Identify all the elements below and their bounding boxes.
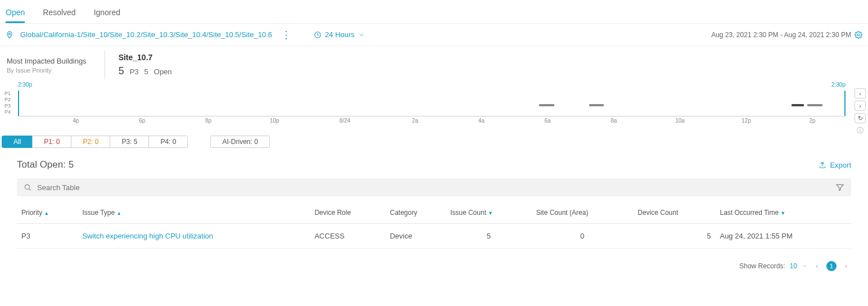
most-impacted-block: Most Impacted Buildings By Issue Priorit… (2, 55, 91, 76)
info-icon[interactable]: ⓘ (855, 125, 866, 136)
col-priority[interactable]: Priority▲ (17, 202, 78, 224)
filter-p2[interactable]: P2: 0 (71, 136, 110, 148)
chevron-down-icon (802, 263, 807, 269)
timeline-prev-button[interactable]: ‹ (855, 88, 866, 98)
col-issue-count[interactable]: Issue Count▼ (446, 202, 532, 224)
col-device-count[interactable]: Device Count (633, 202, 715, 224)
cell-category: Device (385, 224, 445, 249)
sort-asc-icon: ▲ (116, 210, 121, 216)
cell-device-role: ACCESS (310, 224, 385, 249)
timeline-start-label: 2:30p (18, 82, 32, 88)
page-prev-button[interactable]: ‹ (812, 261, 822, 271)
site-priority: P3 (130, 68, 139, 76)
sort-desc-icon: ▼ (488, 210, 493, 216)
timeline-chart: 2:30p 2:30p P1 P2 P3 P4 4p 6p 8p 10p 8/2… (0, 85, 868, 128)
location-breadcrumb[interactable]: Global/California-1/Site_10/Site_10.2/Si… (20, 30, 272, 39)
sort-asc-icon: ▲ (44, 210, 49, 216)
cell-issue-type[interactable]: Switch experiencing high CPU utilization (78, 224, 310, 249)
timeline-start-handle[interactable] (18, 91, 19, 116)
svg-point-2 (857, 34, 860, 36)
svg-point-0 (9, 33, 11, 34)
top-bar: Global/California-1/Site_10/Site_10.2/Si… (0, 24, 868, 46)
cell-priority: P3 (17, 224, 78, 249)
timeline-event (539, 104, 554, 106)
col-device-role[interactable]: Device Role (310, 202, 385, 224)
clock-icon (314, 31, 322, 39)
cell-last-occurred: Aug 24, 2021 1:55 PM (715, 224, 851, 249)
filter-p1[interactable]: P1: 0 (32, 136, 71, 148)
export-button[interactable]: Export (819, 161, 851, 169)
page-next-button[interactable]: › (841, 261, 851, 271)
search-input[interactable] (37, 183, 830, 192)
timeline-event (792, 104, 804, 106)
total-open-label: Total Open: 5 (17, 159, 74, 170)
location-pin-icon (6, 31, 13, 39)
filter-p4[interactable]: P4: 0 (148, 136, 188, 148)
timeline-next-button[interactable]: › (855, 101, 866, 111)
site-summary-block: Site_10.7 5 P3 5 Open (105, 51, 177, 79)
timeline-xtick: 8/24 (340, 118, 350, 124)
page-number-current[interactable]: 1 (826, 261, 837, 271)
timeline-row-p1: P1 (4, 91, 11, 97)
table-row[interactable]: P3 Switch experiencing high CPU utilizat… (17, 224, 851, 249)
gear-icon[interactable] (855, 31, 862, 39)
filter-icon[interactable] (835, 183, 844, 192)
col-issue-type[interactable]: Issue Type▲ (78, 202, 310, 224)
priority-filter-bar: All P1: 0 P2: 0 P3: 5 P4: 0 AI-Driven: 0 (0, 128, 868, 148)
timeline-xtick: 4p (73, 118, 79, 124)
timeline-xtick: 2p (810, 118, 816, 124)
timeline-xtick: 12p (742, 118, 751, 124)
mib-subtitle: By Issue Priority (7, 67, 87, 74)
col-category[interactable]: Category (385, 202, 445, 224)
timeline-xtick: 4a (478, 118, 485, 124)
date-range-text: Aug 23, 2021 2:30 PM - Aug 24, 2021 2:30… (711, 31, 851, 39)
sort-desc-icon: ▼ (780, 210, 785, 216)
filter-p3[interactable]: P3: 5 (110, 136, 149, 148)
export-icon (819, 161, 826, 169)
time-range-label: 24 Hours (325, 30, 355, 39)
timeline-xtick: 6p (139, 118, 145, 124)
timeline-xtick: 2a (412, 118, 418, 124)
table-header-row: Priority▲ Issue Type▲ Device Role Catego… (17, 202, 851, 224)
pagination: Show Records: 10 ‹ 1 › (0, 254, 868, 282)
site-count: 5 (119, 65, 124, 77)
timeline-event (589, 104, 604, 106)
tab-resolved[interactable]: Resolved (43, 4, 75, 23)
show-records-label: Show Records: (739, 262, 785, 270)
timeline-controls: ‹ › ↻ ⓘ (855, 88, 866, 136)
timeline-end-handle[interactable] (844, 91, 846, 116)
timeline-xtick: 10p (270, 118, 279, 124)
timeline-row-p2: P2 (4, 97, 11, 103)
svg-point-3 (25, 184, 29, 189)
timeline-row-p3: P3 (4, 103, 11, 109)
mib-title: Most Impacted Buildings (7, 57, 87, 65)
site-open-label: Open (154, 68, 172, 76)
summary-row: Most Impacted Buildings By Issue Priorit… (0, 46, 868, 85)
more-vertical-icon[interactable]: ⋮ (279, 32, 293, 38)
timeline-xtick: 8p (205, 118, 211, 124)
tab-open[interactable]: Open (6, 4, 25, 23)
tab-ignored[interactable]: Ignored (94, 4, 120, 23)
col-last-occurred[interactable]: Last Occurred Time▼ (715, 202, 851, 224)
time-range-selector[interactable]: 24 Hours (314, 30, 365, 39)
filter-all[interactable]: All (2, 136, 33, 148)
timeline-body[interactable]: 2:30p 2:30p P1 P2 P3 P4 (18, 87, 846, 116)
cell-issue-count: 5 (446, 224, 532, 249)
timeline-xticks: 4p 6p 8p 10p 8/24 2a 4a 6a 8a 10a 12p 2p (18, 118, 846, 128)
timeline-xtick: 6a (545, 118, 551, 124)
timeline-xtick: 8a (611, 118, 617, 124)
timeline-refresh-button[interactable]: ↻ (855, 113, 866, 123)
chevron-down-icon (358, 32, 365, 38)
col-site-count[interactable]: Site Count (Area) (532, 202, 634, 224)
timeline-event (807, 104, 822, 106)
date-range-display: Aug 23, 2021 2:30 PM - Aug 24, 2021 2:30… (711, 31, 862, 39)
filter-ai-driven[interactable]: AI-Driven: 0 (210, 136, 269, 148)
export-label: Export (830, 161, 851, 169)
status-tabs: Open Resolved Ignored (0, 0, 868, 24)
search-bar (17, 178, 851, 196)
issues-table: Priority▲ Issue Type▲ Device Role Catego… (17, 202, 851, 249)
cell-device-count: 5 (633, 224, 715, 249)
timeline-row-labels: P1 P2 P3 P4 (4, 91, 11, 115)
timeline-end-label: 2:30p (831, 82, 846, 88)
page-size-selector[interactable]: 10 (790, 262, 797, 270)
